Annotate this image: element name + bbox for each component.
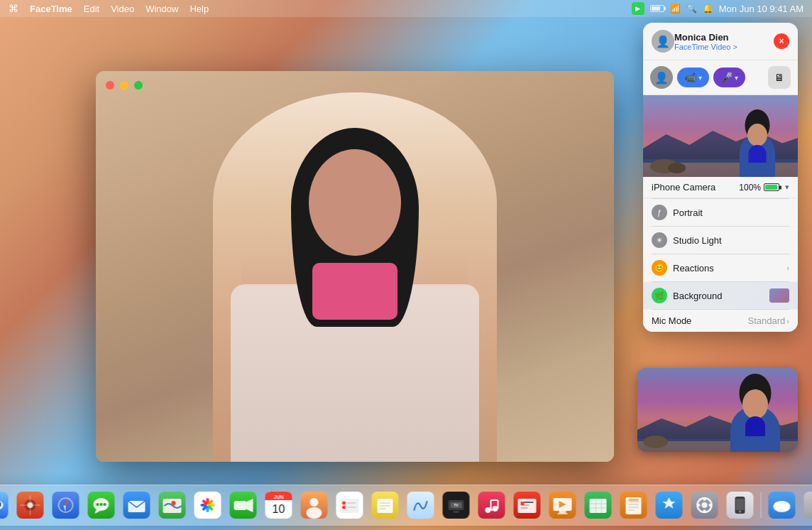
dock-news[interactable]: [511, 489, 544, 521]
video-background: [96, 71, 614, 462]
portrait-label: Portrait: [673, 207, 789, 218]
menubar-help[interactable]: Help: [190, 4, 209, 14]
launchpad-icon: [17, 492, 44, 519]
video-chevron-icon: ▾: [698, 74, 702, 82]
share-screen-button[interactable]: 🖥: [768, 66, 791, 89]
dock-appstore[interactable]: [653, 489, 686, 521]
dock-launchpad[interactable]: [14, 489, 47, 521]
dock-maps[interactable]: [156, 489, 189, 521]
self-view-background: [637, 368, 798, 452]
dock-finder[interactable]: [0, 489, 11, 521]
svg-rect-79: [558, 513, 568, 514]
svg-point-19: [104, 503, 106, 506]
svg-rect-61: [454, 511, 459, 513]
dock-messages[interactable]: [85, 489, 118, 521]
minimize-button[interactable]: [120, 81, 128, 90]
share-screen-icon: 🖥: [774, 72, 784, 83]
svg-text:JUN: JUN: [273, 494, 283, 499]
reactions-menu-item[interactable]: 😊 Reactions ›: [643, 254, 798, 281]
system-settings-icon: [691, 492, 718, 519]
svg-point-109: [782, 504, 789, 511]
dock-freeform[interactable]: [405, 489, 437, 521]
svg-rect-36: [234, 501, 247, 510]
svg-point-50: [342, 506, 346, 509]
close-call-button[interactable]: ×: [774, 33, 789, 49]
dock-mail[interactable]: [121, 489, 153, 521]
apple-menu[interactable]: ⌘: [9, 3, 18, 14]
dock-music[interactable]: [476, 489, 508, 521]
dock-separator: [761, 492, 762, 518]
svg-point-64: [485, 507, 491, 513]
studio-light-label: Studio Light: [673, 235, 789, 246]
dock-settings[interactable]: [688, 489, 721, 521]
face: [309, 149, 401, 256]
mic-button[interactable]: 🎤 ▾: [713, 67, 745, 87]
self-view-rock: [643, 436, 668, 448]
menubar-edit[interactable]: Edit: [84, 4, 99, 14]
freeform-icon: [407, 492, 434, 519]
menubar-window[interactable]: Window: [146, 4, 178, 14]
background-menu-item[interactable]: 🌿 Background: [643, 282, 798, 309]
svg-rect-93: [629, 499, 639, 501]
control-panel: 👤 Monica Dien FaceTime Video > × 👤 📹 ▾ 🎤…: [643, 23, 798, 332]
facetime-app-icon: [230, 492, 257, 519]
svg-rect-82: [590, 499, 607, 513]
svg-point-48: [342, 502, 346, 505]
portrait-menu-item[interactable]: ƒ Portrait: [643, 199, 798, 226]
dock-iphone-mirroring[interactable]: [724, 489, 757, 521]
finder-icon: [0, 492, 9, 519]
trash-icon: [804, 492, 813, 519]
svg-point-105: [739, 511, 741, 513]
dock-numbers[interactable]: [582, 489, 615, 521]
dock-facetime[interactable]: [227, 489, 260, 521]
studio-light-menu-item[interactable]: ☀ Studio Light: [643, 227, 798, 254]
dock-trash[interactable]: [801, 489, 813, 521]
mail-icon: [124, 492, 150, 519]
reactions-label: Reactions: [673, 263, 786, 274]
menubar-app-name[interactable]: FaceTime: [30, 4, 72, 14]
svg-rect-75: [521, 502, 525, 505]
dock-pages[interactable]: [618, 489, 650, 521]
battery-icon: [764, 183, 779, 191]
window-controls: [106, 81, 143, 90]
svg-text:10: 10: [273, 503, 285, 515]
pages-icon: [620, 492, 647, 519]
dock-keynote[interactable]: [547, 489, 579, 521]
cp-camera-row[interactable]: iPhone Camera 100% ▾: [643, 177, 798, 198]
svg-point-97: [702, 502, 708, 508]
cp-controls-row: 👤 📹 ▾ 🎤 ▾ 🖥: [643, 60, 798, 95]
svg-rect-78: [559, 511, 566, 513]
close-button[interactable]: [106, 81, 114, 90]
dock-photos[interactable]: [192, 489, 224, 521]
video-button[interactable]: 📹 ▾: [677, 67, 709, 87]
facetime-window: [96, 71, 614, 462]
blur-button[interactable]: 👤: [650, 66, 673, 89]
dock-reminders[interactable]: [334, 489, 366, 521]
maximize-button[interactable]: [134, 81, 143, 90]
cp-header: 👤 Monica Dien FaceTime Video > ×: [643, 23, 798, 60]
svg-rect-101: [709, 504, 713, 507]
dock: JUN 10: [0, 485, 812, 526]
calendar-icon: JUN 10: [265, 492, 292, 519]
mic-icon: 🎤: [720, 72, 732, 83]
notification-icon[interactable]: 🔔: [703, 4, 713, 13]
mic-mode-value: Standard: [748, 315, 786, 326]
battery-status: [650, 5, 664, 12]
dock-safari[interactable]: [50, 489, 82, 521]
dock-calendar[interactable]: JUN 10: [263, 489, 295, 521]
camera-chevron-icon: ▾: [785, 183, 789, 192]
svg-rect-71: [518, 499, 537, 513]
dock-notes[interactable]: [369, 489, 402, 521]
search-icon[interactable]: 🔍: [686, 4, 697, 13]
dock-icloud[interactable]: [766, 489, 799, 521]
mic-mode-label: Mic Mode: [652, 315, 748, 326]
menubar-video[interactable]: Video: [111, 4, 134, 14]
dock-contacts[interactable]: [298, 489, 331, 521]
studio-light-icon: ☀: [652, 232, 667, 248]
mic-mode-menu-item[interactable]: Mic Mode Standard ›: [643, 310, 798, 332]
battery-fill: [765, 185, 777, 190]
dock-appletv[interactable]: TV: [440, 489, 473, 521]
messages-icon: [88, 492, 115, 519]
appletv-icon: TV: [443, 492, 470, 519]
call-type[interactable]: FaceTime Video >: [674, 43, 774, 51]
